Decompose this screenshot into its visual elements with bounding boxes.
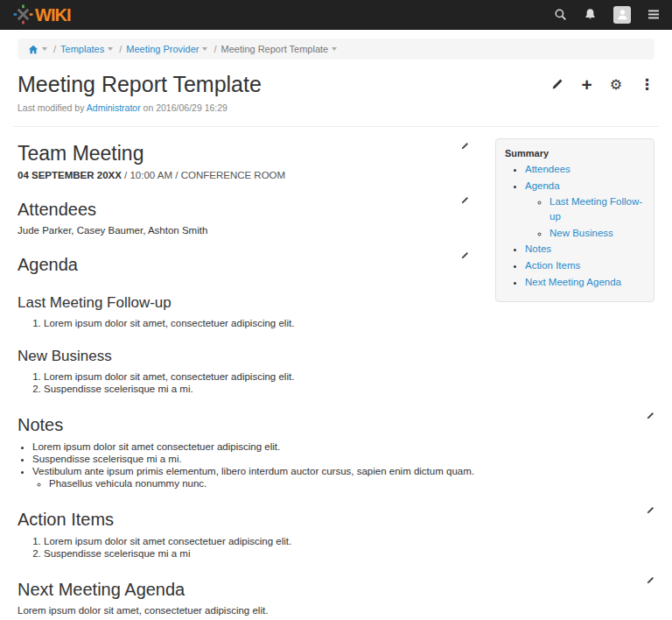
chevron-down-icon[interactable]	[42, 47, 47, 51]
search-icon[interactable]	[554, 8, 567, 21]
settings-gear-icon[interactable]: ⚙	[610, 78, 622, 92]
list-item: Suspendisse scelerisque mi a mi	[44, 548, 654, 559]
breadcrumb: / Templates / Meeting Provider / Meeting…	[18, 39, 654, 60]
navbar-actions	[554, 6, 660, 24]
breadcrumb-item-current: Meeting Report Template	[220, 44, 328, 54]
chevron-down-icon[interactable]	[202, 47, 207, 51]
new-business-heading: New Business	[18, 348, 469, 365]
summary-link-next-meeting-agenda[interactable]: Next Meeting Agenda	[525, 277, 621, 287]
next-meeting-text: Lorem ipsum dolor sit amet, consectetuer…	[18, 605, 654, 616]
summary-sublist: Last Meeting Follow-up New Business	[525, 194, 647, 240]
section-next-meeting-agenda: Next Meeting Agenda	[18, 560, 654, 600]
attendees-names: Jude Parker, Casey Baumer, Ashton Smith	[18, 225, 469, 236]
list-item: Vestibulum ante ipsum primis elementum, …	[32, 466, 654, 489]
summary-link-agenda[interactable]: Agenda	[525, 180, 560, 191]
modified-user-link[interactable]: Administrator	[87, 102, 141, 113]
edit-pencil-icon[interactable]	[550, 78, 564, 91]
list-item: New Business	[550, 226, 647, 241]
summary-title: Summary	[505, 148, 647, 159]
summary-link-action-items[interactable]: Action Items	[525, 260, 580, 271]
more-options-kebab-icon[interactable]: ⋮	[640, 77, 654, 92]
section-agenda: Agenda	[18, 236, 469, 275]
summary-link-notes[interactable]: Notes	[525, 243, 551, 254]
section-team-meeting: Team Meeting	[18, 127, 469, 166]
modified-prefix: Last modified by	[18, 102, 84, 113]
summary-link-new-business[interactable]: New Business	[550, 228, 613, 238]
list-item: Notes	[525, 242, 647, 257]
action-items-heading: Action Items	[18, 510, 114, 530]
last-meeting-list: Lorem ipsum dolor sit amet, consectetuer…	[18, 318, 469, 328]
meeting-date-line: 04 SEPTEMBER 20XX / 10:00 AM / CONFERENC…	[18, 170, 469, 180]
list-item: Attendees	[525, 162, 647, 177]
breadcrumb-separator: /	[119, 44, 122, 54]
list-item: Lorem ipsum dolor sit amet consectetuer …	[44, 536, 654, 546]
last-meeting-follow-up-heading: Last Meeting Follow-up	[18, 294, 469, 312]
summary-panel: Summary Attendees Agenda Last Meeting Fo…	[495, 138, 654, 302]
breadcrumb-separator: /	[214, 44, 216, 54]
notes-list: Lorem ipsum dolor sit amet consectetuer …	[18, 441, 654, 489]
summary-list: Attendees Agenda Last Meeting Follow-up …	[503, 162, 647, 289]
team-meeting-heading: Team Meeting	[18, 142, 144, 166]
page-actions: + ⚙ ⋮	[550, 75, 654, 94]
section-edit-pencil-icon[interactable]	[460, 142, 469, 151]
agenda-heading: Agenda	[18, 255, 78, 275]
top-navbar: WIKI	[0, 0, 672, 30]
notifications-bell-icon[interactable]	[584, 8, 597, 21]
section-edit-pencil-icon[interactable]	[460, 196, 469, 205]
content-top-column: Team Meeting 04 SEPTEMBER 20XX / 10:00 A…	[18, 127, 469, 394]
xwiki-x-icon	[12, 4, 34, 25]
page-header: Meeting Report Template + ⚙ ⋮	[0, 72, 672, 97]
list-item: Lorem ipsum dolor sit amet, consectetuer…	[44, 318, 469, 328]
breadcrumb-separator: /	[53, 44, 56, 54]
list-item: Suspendisse scelerisque mi a mi.	[44, 384, 469, 394]
summary-link-attendees[interactable]: Attendees	[525, 164, 570, 174]
attendees-heading: Attendees	[18, 200, 96, 220]
section-notes: Notes	[18, 396, 654, 435]
chevron-down-icon[interactable]	[108, 47, 113, 51]
section-action-items: Action Items	[18, 490, 654, 530]
document-content: Summary Attendees Agenda Last Meeting Fo…	[0, 127, 672, 620]
new-business-list: Lorem ipsum dolor sit amet, consectetuer…	[18, 371, 469, 394]
breadcrumb-item-templates[interactable]: Templates	[60, 44, 104, 54]
list-item: Agenda Last Meeting Follow-up New Busine…	[525, 179, 647, 241]
list-item: Lorem ipsum dolor sit amet consectetuer …	[32, 441, 654, 452]
last-modified-line: Last modified by Administrator on 2016/0…	[18, 102, 654, 113]
hamburger-menu-icon[interactable]	[648, 9, 660, 20]
user-avatar[interactable]	[613, 6, 631, 24]
list-item-text: Vestibulum ante ipsum primis elementum, …	[32, 466, 474, 476]
list-item: Next Meeting Agenda	[525, 275, 647, 290]
notes-heading: Notes	[18, 415, 63, 435]
page-title: Meeting Report Template	[18, 72, 262, 97]
xwiki-logo-text: WIKI	[35, 6, 70, 24]
list-item: Action Items	[525, 258, 647, 273]
section-edit-pencil-icon[interactable]	[646, 506, 654, 515]
list-item: Suspendisse scelerisque mi a mi.	[32, 454, 654, 464]
modified-suffix: on 2016/06/29 16:29	[144, 102, 228, 113]
list-item: Lorem ipsum dolor sit amet, consectetuer…	[44, 371, 469, 382]
section-attendees: Attendees	[18, 180, 469, 220]
breadcrumb-item-meeting-provider[interactable]: Meeting Provider	[126, 44, 199, 54]
meeting-details: / 10:00 AM / CONFERENCE ROOM	[122, 170, 285, 180]
list-item: Last Meeting Follow-up	[550, 194, 647, 223]
add-page-plus-icon[interactable]: +	[581, 75, 592, 94]
next-meeting-agenda-heading: Next Meeting Agenda	[18, 580, 185, 600]
summary-link-last-meeting-follow-up[interactable]: Last Meeting Follow-up	[550, 196, 642, 222]
home-icon	[28, 45, 38, 54]
xwiki-logo[interactable]: WIKI	[12, 4, 70, 25]
content-bottom-column: Notes Lorem ipsum dolor sit amet consect…	[18, 396, 654, 616]
action-items-list: Lorem ipsum dolor sit amet consectetuer …	[18, 536, 654, 559]
section-edit-pencil-icon[interactable]	[646, 412, 654, 420]
section-edit-pencil-icon[interactable]	[646, 576, 654, 585]
notes-sublist: Phasellus vehicula nonummy nunc.	[32, 478, 654, 489]
list-item: Phasellus vehicula nonummy nunc.	[49, 478, 654, 489]
chevron-down-icon[interactable]	[332, 47, 337, 51]
breadcrumb-home-link[interactable]	[28, 45, 38, 54]
meeting-date: 04 SEPTEMBER 20XX	[18, 170, 122, 180]
section-edit-pencil-icon[interactable]	[460, 251, 469, 260]
